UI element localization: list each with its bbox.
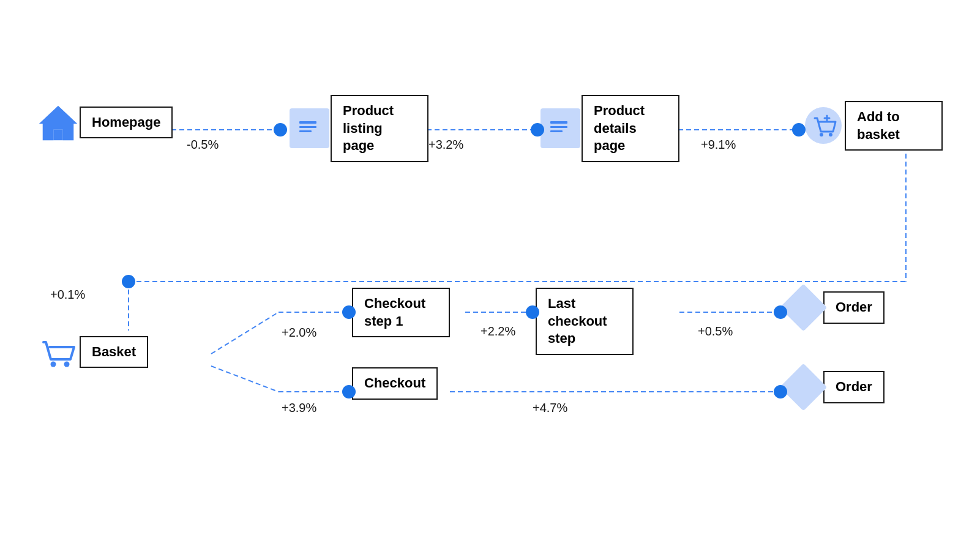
- svg-rect-19: [548, 118, 572, 140]
- svg-point-23: [805, 107, 842, 144]
- homepage-node: Homepage: [37, 101, 173, 144]
- svg-rect-17: [299, 126, 316, 128]
- order2-label: Order: [823, 371, 885, 403]
- dot-basket-checkout: [342, 385, 356, 398]
- svg-point-25: [829, 133, 832, 137]
- svg-rect-16: [299, 121, 316, 124]
- dot-basket-checkout1: [342, 305, 356, 319]
- connector-lines: [0, 0, 980, 535]
- dot-home-listing: [274, 123, 287, 137]
- basket-icon: [37, 331, 80, 373]
- svg-point-28: [51, 362, 56, 367]
- product-details-node: Product details page: [539, 95, 679, 162]
- checkout-node: Checkout: [352, 367, 438, 400]
- flow-diagram: Homepage -0.5% Product listing page +3.2…: [0, 0, 980, 535]
- svg-rect-21: [550, 126, 567, 128]
- details-icon: [539, 107, 582, 150]
- checkout-label: Checkout: [352, 367, 438, 400]
- order1-label: Order: [823, 291, 885, 324]
- svg-rect-15: [297, 118, 321, 140]
- dot-checkout-order2: [774, 385, 787, 398]
- svg-rect-18: [299, 130, 312, 132]
- add-to-basket-label: Add to basket: [845, 101, 943, 151]
- edge-checkout1-last: +2.2%: [481, 324, 515, 339]
- dot-basket-loop: [122, 275, 135, 288]
- edge-basket-checkout1: +2.0%: [282, 326, 316, 340]
- dot-listing-details: [531, 123, 544, 137]
- order1-node: Order: [784, 288, 885, 327]
- last-checkout-node: Last checkout step: [536, 288, 634, 355]
- add-to-basket-node: Add to basket: [802, 101, 943, 151]
- product-details-label: Product details page: [582, 95, 679, 162]
- listing-icon: [288, 107, 331, 150]
- edge-listing-details: +3.2%: [428, 138, 463, 152]
- dot-details-basket: [792, 123, 806, 137]
- order1-diamond-icon: [784, 288, 823, 327]
- edge-checkout-order2: +4.7%: [533, 401, 567, 415]
- basket-label: Basket: [80, 336, 148, 369]
- svg-rect-22: [550, 130, 563, 132]
- svg-point-24: [820, 133, 823, 137]
- svg-rect-20: [550, 121, 567, 124]
- basket-node: Basket: [37, 331, 148, 373]
- edge-details-basket: +9.1%: [701, 138, 736, 152]
- edge-basket-checkout: +3.9%: [282, 401, 316, 415]
- edge-last-order1: +0.5%: [698, 324, 733, 339]
- dot-last-order1: [774, 305, 787, 319]
- last-checkout-label: Last checkout step: [536, 288, 634, 355]
- add-basket-icon: [802, 105, 845, 148]
- svg-line-6: [211, 312, 279, 354]
- product-listing-label: Product listing page: [331, 95, 428, 162]
- order2-node: Order: [784, 367, 885, 407]
- checkout-step1-label: Checkout step 1: [352, 288, 450, 337]
- edge-basket-loop: +0.1%: [50, 288, 85, 302]
- edge-home-listing: -0.5%: [187, 138, 219, 152]
- svg-rect-14: [53, 130, 63, 140]
- home-icon: [37, 101, 80, 144]
- checkout-step1-node: Checkout step 1: [352, 288, 450, 337]
- dot-checkout1-last: [526, 305, 539, 319]
- product-listing-node: Product listing page: [288, 95, 428, 162]
- homepage-label: Homepage: [80, 107, 173, 139]
- order2-diamond-icon: [784, 367, 823, 407]
- svg-point-29: [64, 362, 70, 367]
- svg-line-10: [211, 366, 279, 392]
